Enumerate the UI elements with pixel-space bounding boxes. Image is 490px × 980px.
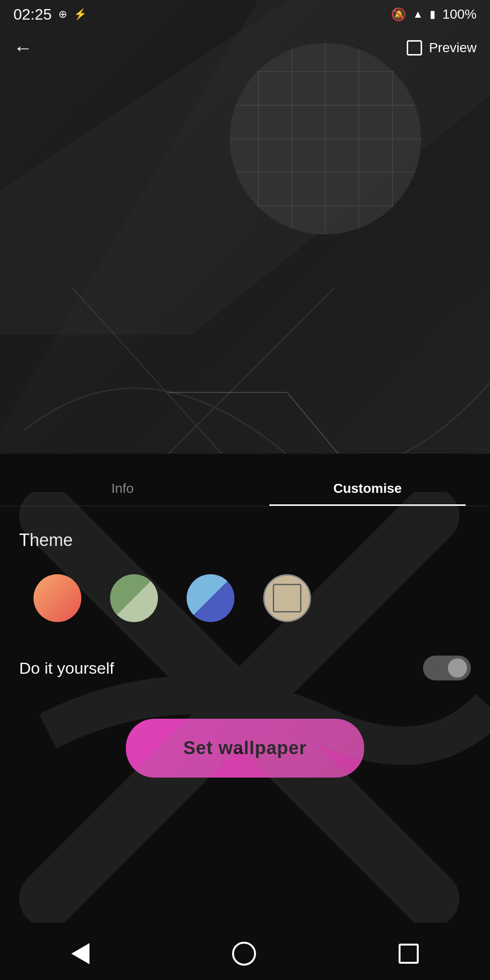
toggle-knob — [448, 658, 467, 678]
swatch-orange[interactable] — [33, 574, 81, 622]
status-left: 02:25 ⊕ ⚡ — [13, 6, 87, 23]
wallpaper-preview — [0, 0, 490, 526]
back-button[interactable]: ← — [13, 37, 33, 59]
nav-home-icon — [232, 942, 256, 966]
top-bar: ← Preview — [0, 29, 490, 67]
diy-section: Do it yourself — [0, 636, 490, 700]
set-wallpaper-button[interactable]: Set wallpaper — [126, 719, 364, 778]
swatch-grid[interactable] — [263, 574, 311, 622]
status-time: 02:25 — [13, 6, 52, 23]
status-bar: 02:25 ⊕ ⚡ 🔕 ▲ ▮ 100% — [0, 0, 490, 29]
swatch-grid-inner — [273, 584, 301, 612]
nav-recent-button[interactable] — [399, 944, 419, 964]
nav-bar — [0, 927, 490, 980]
nav-back-icon — [71, 943, 89, 964]
mute-icon: 🔕 — [391, 7, 406, 22]
theme-section: Theme — [0, 506, 490, 636]
at-icon: ⊕ — [58, 8, 67, 21]
swatch-green[interactable] — [110, 574, 158, 622]
flash-icon: ⚡ — [74, 8, 87, 21]
tab-info[interactable]: Info — [0, 481, 245, 506]
tab-info-label: Info — [111, 481, 134, 496]
battery-percent: 100% — [442, 7, 477, 22]
tab-customise[interactable]: Customise — [245, 481, 490, 506]
tab-customise-label: Customise — [333, 481, 401, 496]
swatch-blue[interactable] — [187, 574, 234, 622]
nav-recent-icon — [399, 944, 419, 964]
battery-icon: ▮ — [430, 8, 435, 21]
theme-swatches — [19, 574, 471, 622]
nav-back-button[interactable] — [71, 943, 89, 964]
diy-label: Do it yourself — [19, 659, 114, 678]
preview-checkbox — [407, 40, 422, 56]
wallpaper-grid-circle — [225, 38, 426, 239]
status-right: 🔕 ▲ ▮ 100% — [391, 7, 477, 22]
nav-home-button[interactable] — [232, 942, 256, 966]
wifi-icon: ▲ — [413, 8, 423, 21]
theme-label: Theme — [19, 530, 471, 550]
preview-label: Preview — [429, 40, 477, 56]
bottom-panel: Info Customise Theme Do it yourself Set … — [0, 454, 490, 927]
tabs: Info Customise — [0, 454, 490, 506]
preview-button[interactable]: Preview — [407, 40, 477, 56]
diy-toggle[interactable] — [423, 656, 471, 680]
set-wallpaper-container: Set wallpaper — [0, 700, 490, 797]
